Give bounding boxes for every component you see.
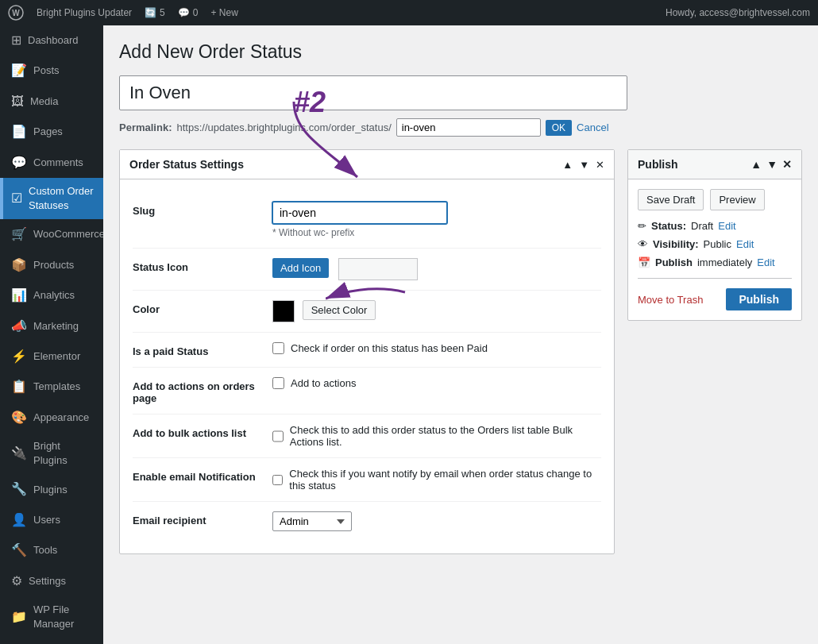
permalink-ok-button[interactable]: OK — [546, 120, 572, 136]
elementor-icon: ⚡ — [11, 348, 27, 365]
custom-order-icon: ☑ — [11, 190, 22, 207]
publish-button[interactable]: Publish — [726, 288, 792, 310]
main-content: Add New Order Status Permalink: https://… — [103, 25, 818, 644]
sidebar-item-label: Custom Order Statuses — [29, 184, 95, 213]
paid-status-checkbox-text: Check if order on this status has been P… — [291, 342, 488, 354]
sidebar-item-label: Comments — [33, 156, 95, 170]
woocommerce-icon: 🛒 — [11, 226, 27, 243]
metabox-close-icon[interactable]: ✕ — [596, 159, 604, 171]
publish-toggle-down-icon[interactable]: ▼ — [766, 158, 777, 171]
paid-status-row: Is a paid Status Check if order on this … — [133, 333, 601, 368]
sidebar-item-products[interactable]: 📦 Products — [0, 250, 103, 280]
paid-status-field: Check if order on this status has been P… — [272, 342, 601, 354]
sidebar-item-marketing[interactable]: 📣 Marketing — [0, 311, 103, 341]
status-icon-row: Status Icon Add Icon — [133, 249, 601, 291]
permalink-label: Permalink: — [119, 121, 172, 133]
dashboard-icon: ⊞ — [11, 32, 21, 49]
preview-button[interactable]: Preview — [710, 189, 764, 210]
publish-toggle-up-icon[interactable]: ▲ — [750, 158, 762, 171]
email-recipient-select[interactable]: Admin Customer — [272, 511, 352, 531]
sidebar-item-settings[interactable]: ⚙ Settings — [0, 566, 103, 596]
sidebar-item-dashboard[interactable]: ⊞ Dashboard — [0, 25, 103, 56]
wp-logo-item[interactable]: W — [8, 5, 24, 21]
slug-input[interactable] — [272, 202, 447, 224]
sidebar-item-appearance[interactable]: 🎨 Appearance — [0, 403, 103, 433]
bulk-actions-checkbox-label[interactable]: Check this to add this order status to t… — [272, 424, 601, 448]
add-to-actions-checkbox-label[interactable]: Add to actions — [272, 377, 601, 389]
bulk-actions-checkbox[interactable] — [272, 430, 284, 442]
sidebar-item-media[interactable]: 🖼 Media — [0, 87, 103, 117]
users-icon: 👤 — [11, 511, 27, 529]
sidebar-item-comments[interactable]: 💬 Comments — [0, 148, 103, 178]
comment-count: 0 — [193, 7, 199, 18]
add-icon-button[interactable]: Add Icon — [272, 258, 329, 278]
select-color-button[interactable]: Select Color — [303, 300, 376, 320]
status-icon-field: Add Icon — [272, 258, 601, 280]
paid-status-checkbox-label[interactable]: Check if order on this status has been P… — [272, 342, 601, 354]
bulk-actions-checkbox-text: Check this to add this order status to t… — [290, 424, 601, 448]
slug-row: Slug * Without wc- prefix — [133, 192, 601, 249]
products-icon: 📦 — [11, 256, 27, 274]
add-to-actions-row: Add to actions on orders page Add to act… — [133, 368, 601, 415]
sidebar-item-elementor[interactable]: ⚡ Elementor — [0, 341, 103, 372]
slug-field: * Without wc- prefix — [272, 202, 601, 238]
sidebar-item-plugins[interactable]: 🔧 Plugins — [0, 474, 103, 504]
user-greeting: Howdy, access@brightvessel.com — [666, 7, 810, 18]
add-to-actions-label: Add to actions on orders page — [133, 377, 260, 404]
publish-time-meta: 📅 Publish immediately Edit — [638, 256, 792, 268]
updates-item[interactable]: 🔄 5 — [145, 7, 165, 18]
sidebar-item-users[interactable]: 👤 Users — [0, 505, 103, 535]
sidebar-item-woocommerce[interactable]: 🛒 WooCommerce — [0, 219, 103, 249]
sidebar-item-tools[interactable]: 🔨 Tools — [0, 535, 103, 565]
sidebar-item-posts[interactable]: 📝 Posts — [0, 56, 103, 86]
permalink-cancel-link[interactable]: Cancel — [577, 121, 608, 133]
add-to-actions-checkbox[interactable] — [272, 377, 284, 389]
sidebar-item-bright-plugins[interactable]: 🔌 Bright Plugins — [0, 433, 103, 474]
sidebar-item-pages[interactable]: 📄 Pages — [0, 117, 103, 147]
publish-footer: Move to Trash Publish — [638, 278, 792, 310]
permalink-slug-input[interactable] — [396, 118, 541, 137]
posts-icon: 📝 — [11, 62, 27, 79]
visibility-edit-link[interactable]: Edit — [736, 238, 754, 250]
metabox-header[interactable]: Order Status Settings ▲ ▼ ✕ — [120, 150, 614, 179]
icon-preview — [338, 258, 418, 280]
publish-close-icon[interactable]: ✕ — [782, 158, 792, 171]
content-layout: #2 Order Status Settings ▲ — [119, 149, 802, 567]
calendar-icon: 📅 — [638, 256, 650, 268]
save-draft-button[interactable]: Save Draft — [638, 189, 704, 210]
sidebar-item-templates[interactable]: 📋 Templates — [0, 372, 103, 402]
metabox-toggle-down-icon[interactable]: ▼ — [579, 159, 589, 171]
appearance-icon: 🎨 — [11, 409, 27, 426]
comments-nav-icon: 💬 — [11, 154, 27, 172]
sidebar-item-label: Tools — [33, 543, 95, 557]
email-notification-checkbox-label[interactable]: Check this if you want notify by email w… — [272, 468, 601, 492]
sidebar-item-label: Marketing — [33, 319, 95, 334]
page-title: Add New Order Status — [119, 41, 802, 63]
slug-hint: * Without wc- prefix — [272, 227, 601, 238]
visibility-label: Visibility: — [653, 238, 699, 250]
publish-time-edit-link[interactable]: Edit — [757, 256, 774, 268]
pages-icon: 📄 — [11, 123, 27, 141]
post-title-input[interactable] — [119, 75, 627, 110]
order-status-settings-metabox: Order Status Settings ▲ ▼ ✕ Slug — [119, 149, 615, 554]
sidebar-item-analytics[interactable]: 📊 Analytics — [0, 280, 103, 310]
status-edit-link[interactable]: Edit — [718, 220, 735, 232]
sidebar-item-custom-order-statuses[interactable]: ☑ Custom Order Statuses — [0, 178, 103, 219]
metabox-toggle-up-icon[interactable]: ▲ — [562, 159, 573, 171]
email-notification-checkbox[interactable] — [272, 474, 283, 486]
sidebar-item-label: Products — [33, 258, 95, 272]
sidebar-item-wp-file-manager[interactable]: 📁 WP File Manager — [0, 596, 103, 638]
new-item[interactable]: + New — [210, 7, 237, 18]
site-name-item[interactable]: Bright Plugins Updater — [37, 7, 132, 18]
comments-item[interactable]: 💬 0 — [178, 7, 199, 18]
move-to-trash-link[interactable]: Move to Trash — [638, 294, 703, 306]
sidebar-item-label: Settings — [29, 574, 95, 588]
sidebar-item-label: Users — [33, 513, 95, 527]
plugins-icon: 🔧 — [11, 480, 27, 498]
greeting-text: Howdy, access@brightvessel.com — [666, 7, 810, 18]
sidebar-item-label: Analytics — [33, 288, 95, 303]
collapse-menu-button[interactable]: ◀ Collapse menu — [0, 638, 103, 644]
paid-status-checkbox[interactable] — [272, 342, 284, 354]
email-notification-row: Enable email Notification Check this if … — [133, 458, 601, 502]
sidebar-item-label: Dashboard — [28, 33, 95, 48]
